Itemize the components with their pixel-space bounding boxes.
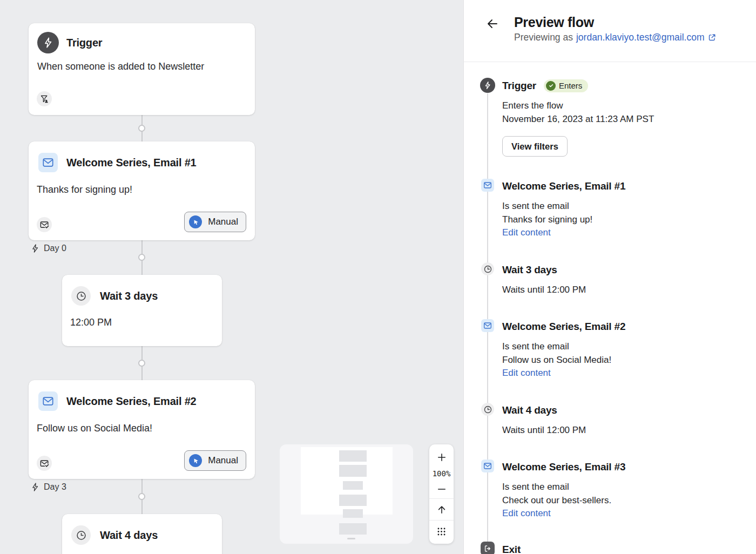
lightning-icon [30,244,40,253]
page-title: Preview flow [514,15,594,30]
lightning-icon [480,78,495,93]
timeline-item-wait-2: Wait 4 days Waits until 12:00 PM [502,403,740,437]
grid-options-button[interactable] [429,521,454,543]
lightning-icon [37,32,59,53]
item-detail: Waits until 12:00 PM [502,424,740,437]
minimap-node [339,465,367,477]
arrow-up-icon [436,504,447,515]
wait-card-2[interactable]: Wait 4 days [62,514,222,554]
wait-card-1[interactable]: Wait 3 days 12:00 PM [62,275,222,346]
card-title: Welcome Series, Email #1 [66,157,197,169]
email-icon [481,460,494,472]
timeline-item-exit: Exit [502,542,740,554]
minimap-node [339,450,367,462]
card-title: Trigger [66,37,102,49]
day-label: Day 0 [30,244,66,253]
email-sent-icon [37,217,52,232]
manual-tag-button[interactable]: Manual [184,450,246,471]
zoom-in-button[interactable] [429,448,454,467]
lightning-icon [30,482,40,492]
card-description: Follow us on Social Media! [37,423,246,434]
trigger-card[interactable]: Trigger When someone is added to Newslet… [29,23,255,115]
external-link-icon [707,33,717,42]
card-title: Wait 3 days [100,290,158,302]
email-icon [481,319,494,332]
timeline-item-email-3: Welcome Series, Email #3 Is sent the ema… [502,460,740,521]
connector-add-node[interactable] [138,493,145,500]
clock-icon [71,525,91,545]
back-button[interactable] [484,16,501,32]
minimap-node [343,509,363,518]
zoom-out-button[interactable] [429,480,454,498]
email-sent-icon [37,456,52,471]
timeline-line [487,93,488,543]
clock-icon [481,403,494,416]
arrow-left-icon [486,17,499,30]
item-detail: Waits until 12:00 PM [502,283,740,297]
manual-tag-label: Manual [208,217,238,227]
item-detail: Is sent the email [502,200,740,213]
flow-canvas[interactable]: Trigger When someone is added to Newslet… [0,0,463,554]
minimap-node [339,523,367,535]
fit-view-button[interactable] [429,499,454,520]
email-icon [38,391,58,411]
status-badge: Enters [544,79,588,92]
item-detail: Check out our best-sellers. [502,494,740,508]
panel-header: Preview flow Previewing as jordan.klaviy… [464,0,756,62]
cursor-icon [189,215,202,228]
edit-content-link[interactable]: Edit content [502,507,551,521]
card-description: When someone is added to Newsletter [37,61,246,72]
connector-add-node[interactable] [138,254,145,261]
previewing-as-label: Previewing as [514,32,573,43]
preview-flow-screen: Trigger When someone is added to Newslet… [0,0,756,554]
item-detail: Thanks for signing up! [502,213,740,227]
item-title: Welcome Series, Email #1 [502,179,740,193]
item-detail: Enters the flow [502,99,740,113]
edit-content-link[interactable]: Edit content [502,367,551,380]
nine-dots-icon [436,526,447,537]
zoom-level: 100% [429,467,454,480]
preview-profile-link[interactable]: jordan.klaviyo.test@gmail.com [576,32,717,43]
email-card-2[interactable]: Welcome Series, Email #2 Follow us on So… [29,380,255,479]
clock-icon [481,262,494,275]
connector-add-node[interactable] [138,125,145,132]
timeline-item-email-1: Welcome Series, Email #1 Is sent the ema… [502,179,740,240]
item-detail: Is sent the email [502,481,740,494]
item-title: Exit [502,542,740,554]
check-circle-icon [546,81,556,91]
minimap-node [343,481,363,490]
trigger-filter-icon [37,91,52,106]
card-description: 12:00 PM [70,317,213,328]
day-label: Day 3 [30,482,66,492]
email-card-1[interactable]: Welcome Series, Email #1 Thanks for sign… [29,141,255,240]
timeline-item-trigger: Trigger Enters Enters the flow November … [502,78,740,157]
timeline-item-email-2: Welcome Series, Email #2 Is sent the ema… [502,319,740,380]
email-icon [38,153,58,172]
item-detail: Follow us on Social Media! [502,354,740,367]
view-filters-button[interactable]: View filters [502,136,568,157]
item-title: Welcome Series, Email #2 [502,319,740,334]
minimap[interactable] [280,444,413,544]
cursor-icon [189,454,202,467]
plus-icon [436,452,447,463]
manual-tag-button[interactable]: Manual [184,212,246,232]
minimap-node [339,495,367,506]
preview-flow-panel: Preview flow Previewing as jordan.klaviy… [463,0,756,554]
zoom-controls: 100% [429,444,454,544]
item-title: Trigger [502,78,536,93]
previewing-as-row: Previewing as jordan.klaviyo.test@gmail.… [514,32,717,43]
minus-icon [436,484,447,495]
exit-icon [481,542,495,554]
item-title: Wait 4 days [502,403,740,417]
connector-add-node[interactable] [138,360,145,367]
item-title: Wait 3 days [502,262,740,277]
edit-content-link[interactable]: Edit content [502,226,551,240]
card-title: Wait 4 days [100,529,158,542]
clock-icon [71,286,91,306]
email-icon [481,179,494,192]
timeline-item-wait-1: Wait 3 days Waits until 12:00 PM [502,262,740,297]
item-detail: Is sent the email [502,340,740,354]
card-title: Welcome Series, Email #2 [66,395,197,408]
item-title: Welcome Series, Email #3 [502,460,740,474]
card-description: Thanks for signing up! [37,184,246,195]
